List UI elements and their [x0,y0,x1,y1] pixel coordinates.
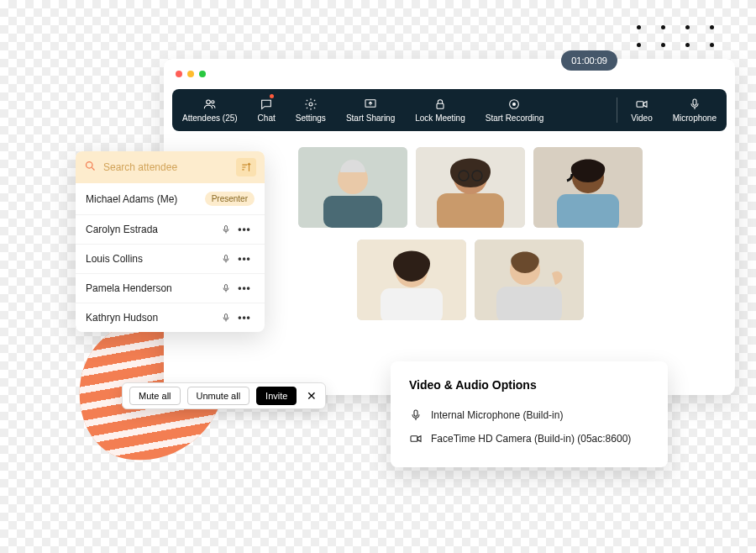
svg-point-26 [87,161,93,168]
options-title: Video & Audio Options [409,378,649,392]
attendee-row: Pamela Henderson ••• [76,274,265,303]
svg-point-0 [206,100,210,104]
attendee-more-button[interactable]: ••• [234,224,255,235]
participant-tile[interactable] [416,147,525,228]
presenter-badge: Presenter [205,192,255,206]
microphone-option-label: Internal Microphone (Build-in) [431,409,563,421]
attendees-icon [203,97,217,111]
lock-meeting-button[interactable]: Lock Meeting [405,89,475,131]
svg-rect-13 [437,193,504,228]
attendee-list: Michael Adams (Me) Presenter Carolyn Est… [76,183,265,332]
attendee-panel: Michael Adams (Me) Presenter Carolyn Est… [76,151,265,332]
attendee-more-button[interactable]: ••• [234,253,255,265]
settings-label: Settings [296,113,326,123]
microphone-icon [409,408,423,422]
participant-tile[interactable] [357,240,466,320]
camera-icon [409,432,423,445]
attendees-label: Attendees (25) [182,113,238,123]
video-grid [290,147,718,378]
start-recording-label: Start Recording [486,113,543,123]
svg-rect-24 [496,287,562,320]
chat-label: Chat [258,113,276,123]
attendee-mic-button[interactable] [218,253,234,265]
close-icon[interactable]: ✕ [303,389,320,403]
svg-rect-7 [637,102,643,108]
lock-meeting-label: Lock Meeting [415,113,465,123]
video-button[interactable]: Video [621,89,662,131]
attendee-row: Louis Collins ••• [76,245,265,274]
toolbar: Attendees (25) Chat Settings Start Shari… [172,89,727,131]
camera-option[interactable]: FaceTime HD Camera (Build-in) (05ac:8600… [409,427,649,450]
settings-button[interactable]: Settings [286,89,336,131]
video-icon [635,97,648,111]
attendee-name: Kathryn Hudson [86,312,218,324]
svg-rect-8 [693,99,696,105]
microphone-label: Microphone [673,113,717,123]
attendee-search-row [76,151,265,183]
chat-notification-dot [270,94,274,98]
chat-button[interactable]: Chat [248,89,286,131]
svg-rect-21 [381,288,443,320]
attendee-row: Michael Adams (Me) Presenter [76,183,265,215]
video-audio-options-card: Video & Audio Options Internal Microphon… [391,361,668,467]
share-screen-icon [364,97,377,111]
microphone-option[interactable]: Internal Microphone (Build-in) [409,403,649,427]
attendee-more-button[interactable]: ••• [234,282,255,294]
svg-point-6 [512,103,516,106]
participant-tile[interactable] [475,240,584,320]
start-sharing-label: Start Sharing [346,113,395,123]
start-recording-button[interactable]: Start Recording [475,89,554,131]
unmute-all-button[interactable]: Unmute all [187,387,250,405]
microphone-button[interactable]: Microphone [663,89,727,131]
sort-button[interactable] [236,158,256,176]
svg-point-2 [309,103,312,106]
meeting-timer: 01:00:09 [561,50,617,71]
attendee-bulk-actions: Mute all Unmute all Invite ✕ [122,382,326,409]
svg-rect-4 [437,103,444,108]
mute-all-button[interactable]: Mute all [129,387,181,405]
window-controls[interactable] [176,71,206,77]
attendee-row: Kathryn Hudson ••• [76,303,265,332]
microphone-icon [688,97,701,111]
lock-icon [433,97,447,111]
record-icon [507,97,521,111]
attendee-more-button[interactable]: ••• [234,312,255,324]
camera-option-label: FaceTime HD Camera (Build-in) (05ac:8600… [431,433,631,445]
search-icon [84,160,97,176]
attendee-row: Carolyn Estrada ••• [76,215,265,245]
svg-rect-32 [411,436,417,442]
svg-rect-10 [323,196,382,228]
svg-rect-28 [225,255,228,261]
participant-tile[interactable] [533,147,643,228]
svg-rect-18 [557,194,619,228]
attendees-button[interactable]: Attendees (25) [172,89,248,131]
chat-icon [260,97,273,111]
invite-button[interactable]: Invite [256,387,297,405]
attendee-search-input[interactable] [103,161,229,173]
svg-rect-30 [225,314,228,319]
gear-icon [304,97,318,111]
svg-rect-27 [225,226,228,231]
svg-point-1 [211,101,213,103]
attendee-mic-button[interactable] [218,224,234,235]
attendee-mic-button[interactable] [218,282,234,294]
attendee-name: Louis Collins [86,253,218,265]
attendee-mic-button[interactable] [218,312,234,324]
svg-rect-29 [225,285,228,290]
start-sharing-button[interactable]: Start Sharing [336,89,405,131]
attendee-name: Carolyn Estrada [86,224,218,235]
participant-tile[interactable] [298,147,407,228]
attendee-name: Michael Adams (Me) [86,193,200,205]
video-label: Video [631,113,652,123]
svg-rect-31 [414,410,417,416]
attendee-name: Pamela Henderson [86,282,218,294]
